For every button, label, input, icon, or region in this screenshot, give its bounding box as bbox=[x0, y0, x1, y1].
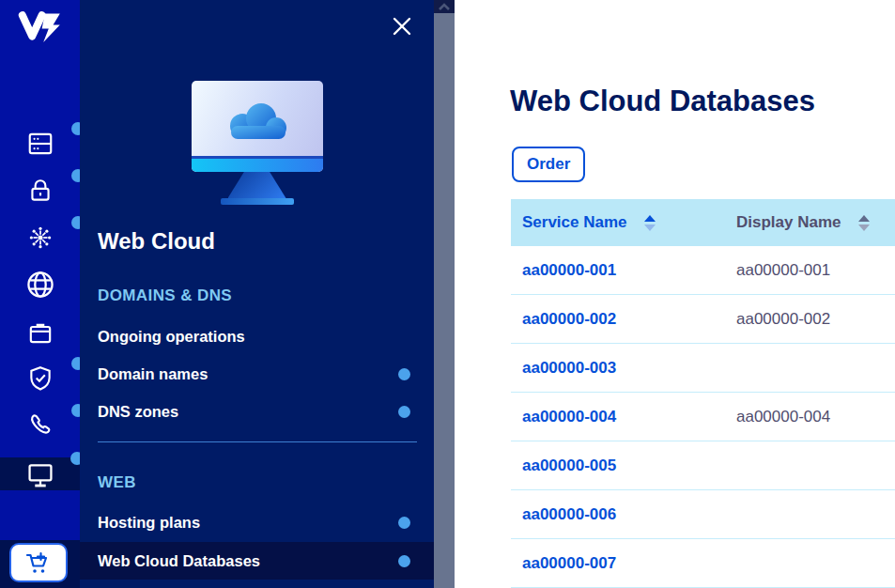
monitor-menubar bbox=[192, 156, 323, 172]
sidebar bbox=[0, 0, 80, 588]
service-link[interactable]: aa00000-003 bbox=[522, 359, 616, 377]
sort-icon bbox=[858, 215, 870, 231]
monitor-icon bbox=[25, 459, 55, 489]
column-label: Display Name bbox=[736, 213, 841, 232]
monitor-stand bbox=[228, 172, 286, 198]
section-heading-domains-dns: DOMAINS & DNS bbox=[98, 286, 232, 305]
column-label: Service Name bbox=[522, 213, 627, 232]
notification-dot bbox=[398, 555, 410, 567]
close-icon bbox=[391, 15, 417, 38]
sidebar-bottom-section bbox=[0, 540, 80, 588]
display-name-cell: aa00000-001 bbox=[725, 261, 895, 280]
cloud-icon bbox=[222, 98, 293, 143]
services-table: Service Name Display Name aa00000-001 aa… bbox=[511, 199, 895, 588]
sidebar-item-telecom[interactable] bbox=[0, 409, 80, 442]
web-cloud-illustration bbox=[80, 81, 434, 205]
table-row: aa00000-007 bbox=[511, 539, 895, 588]
notification-dot bbox=[398, 517, 410, 529]
scroll-up-button[interactable] bbox=[434, 0, 455, 13]
notification-dot bbox=[398, 406, 410, 418]
service-link[interactable]: aa00000-001 bbox=[522, 261, 616, 279]
sidebar-item-protection[interactable] bbox=[0, 362, 80, 395]
service-link[interactable]: aa00000-006 bbox=[522, 505, 616, 523]
cart-order-button[interactable] bbox=[9, 543, 68, 582]
chevron-up-icon bbox=[438, 3, 451, 11]
service-link[interactable]: aa00000-005 bbox=[522, 456, 616, 474]
monitor-base bbox=[221, 198, 294, 205]
globe-icon bbox=[25, 270, 55, 300]
service-link[interactable]: aa00000-004 bbox=[522, 408, 616, 426]
order-button[interactable]: Order bbox=[512, 147, 585, 182]
table-row: aa00000-005 bbox=[511, 441, 895, 490]
web-cloud-flyout-panel: Web Cloud DOMAINS & DNS Ongoing operatio… bbox=[80, 0, 434, 588]
flyout-title: Web Cloud bbox=[98, 228, 215, 255]
table-row: aa00000-003 bbox=[511, 344, 895, 393]
column-header-display-name[interactable]: Display Name bbox=[725, 199, 895, 246]
section-divider bbox=[98, 441, 417, 442]
table-header: Service Name Display Name bbox=[511, 199, 895, 246]
scrollbar-thumb[interactable] bbox=[434, 13, 455, 588]
hub-icon bbox=[26, 224, 54, 252]
lock-icon bbox=[26, 177, 54, 205]
column-header-service-name[interactable]: Service Name bbox=[511, 199, 725, 246]
shield-check-icon bbox=[26, 364, 54, 393]
sidebar-item-products[interactable] bbox=[0, 317, 80, 350]
table-row: aa00000-006 bbox=[511, 490, 895, 539]
menu-item-label: Hosting plans bbox=[98, 514, 200, 532]
cart-plus-icon bbox=[24, 549, 53, 576]
notification-dot bbox=[398, 368, 410, 380]
sidebar-item-security[interactable] bbox=[0, 174, 80, 208]
table-row: aa00000-004 aa00000-004 bbox=[511, 393, 895, 441]
display-name-cell: aa00000-004 bbox=[725, 408, 895, 426]
menu-item-web-cloud-databases[interactable]: Web Cloud Databases bbox=[80, 542, 434, 580]
menu-item-domain-names[interactable]: Domain names bbox=[80, 355, 434, 393]
menu-item-label: Ongoing operations bbox=[98, 328, 245, 346]
server-icon bbox=[26, 130, 54, 158]
menu-item-hosting-plans[interactable]: Hosting plans bbox=[80, 503, 434, 541]
service-link[interactable]: aa00000-002 bbox=[522, 310, 616, 328]
menu-item-label: Domain names bbox=[98, 365, 208, 383]
box-icon bbox=[26, 319, 54, 348]
menu-item-dns-zones[interactable]: DNS zones bbox=[80, 393, 434, 430]
ovhcloud-logo[interactable] bbox=[0, 9, 80, 45]
main-content: Web Cloud Databases Order Service Name D… bbox=[455, 0, 895, 588]
section-heading-web: WEB bbox=[98, 473, 136, 492]
menu-item-ongoing-operations[interactable]: Ongoing operations bbox=[80, 317, 434, 355]
ovhcloud-logo-icon bbox=[18, 9, 63, 45]
sidebar-item-web-cloud-active[interactable] bbox=[0, 457, 80, 490]
table-row: aa00000-002 aa00000-002 bbox=[511, 295, 895, 344]
close-button[interactable] bbox=[391, 13, 417, 39]
sidebar-item-billing[interactable] bbox=[0, 127, 80, 161]
sidebar-item-web[interactable] bbox=[0, 268, 80, 302]
service-link[interactable]: aa00000-007 bbox=[522, 554, 616, 572]
monitor-screen-illustration bbox=[192, 81, 323, 172]
table-row: aa00000-001 aa00000-001 bbox=[511, 246, 895, 295]
page-title: Web Cloud Databases bbox=[510, 85, 815, 118]
flyout-scrollbar bbox=[434, 0, 455, 588]
sort-icon bbox=[644, 215, 656, 231]
menu-item-label: Web Cloud Databases bbox=[98, 552, 260, 570]
menu-item-label: DNS zones bbox=[98, 403, 178, 421]
display-name-cell: aa00000-002 bbox=[725, 310, 895, 329]
sidebar-item-network[interactable] bbox=[0, 221, 80, 255]
phone-icon bbox=[26, 411, 54, 440]
